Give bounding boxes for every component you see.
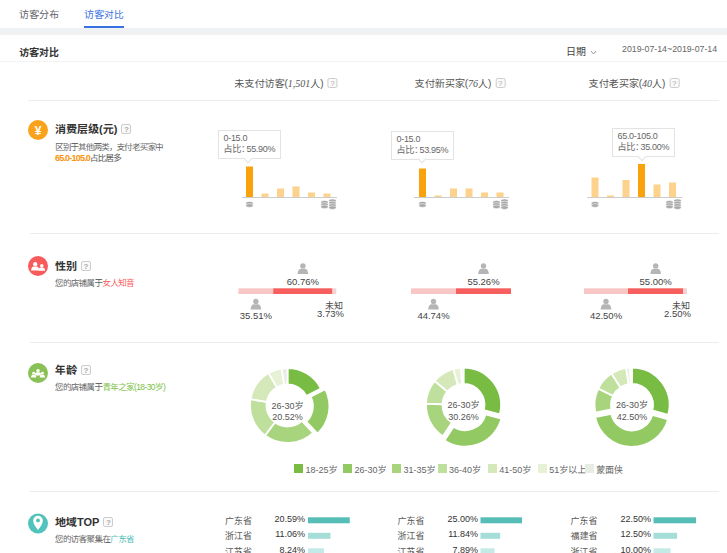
svg-text:¥: ¥ xyxy=(35,124,42,138)
